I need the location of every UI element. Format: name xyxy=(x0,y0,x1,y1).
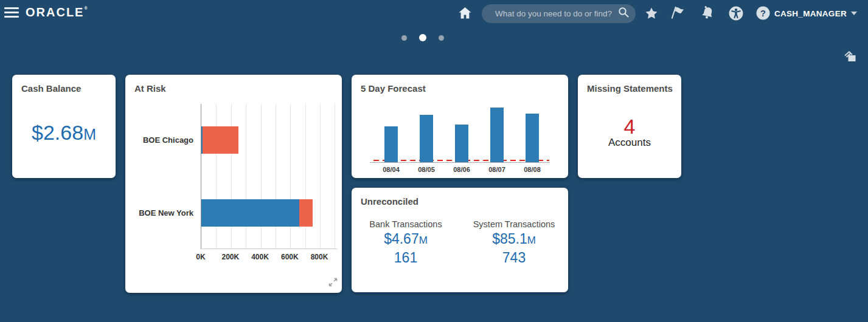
watchlist-flag-icon[interactable] xyxy=(671,5,687,21)
gridline xyxy=(320,104,321,248)
page-carousel-dots xyxy=(401,34,444,41)
gridline xyxy=(305,104,306,248)
gridline xyxy=(216,104,217,248)
x-tick-label: 600K xyxy=(276,253,304,261)
gridline xyxy=(246,104,246,248)
unreconciled-card[interactable]: Unreconciled Bank Transactions $4.67M 16… xyxy=(352,188,568,292)
chevron-down-icon xyxy=(851,12,857,15)
bar-segment-balance xyxy=(201,199,299,227)
at-risk-card[interactable]: At Risk 0K200K400K600K800K BOE ChicagoBO… xyxy=(125,75,342,293)
at-risk-chart-plot xyxy=(201,104,337,249)
x-tick-label: 400K xyxy=(246,253,274,261)
expand-icon[interactable] xyxy=(328,278,338,289)
date-label: 08/08 xyxy=(518,166,547,173)
x-tick-label: 0K xyxy=(187,253,215,261)
system-transactions-count: 743 xyxy=(460,250,568,266)
favorites-star-icon[interactable] xyxy=(645,7,658,20)
missing-statements-label: Accounts xyxy=(578,137,681,149)
cash-balance-value: $2.68M xyxy=(12,121,116,145)
forecast-bar xyxy=(526,114,539,162)
missing-statements-card[interactable]: Missing Statements 4 Accounts xyxy=(578,75,681,178)
user-menu[interactable]: CASH_MANAGER xyxy=(774,0,857,27)
gridline xyxy=(276,104,276,248)
gridline xyxy=(261,104,262,248)
category-label: BOE Chicago xyxy=(127,135,193,145)
gridline xyxy=(335,104,335,248)
unreconciled-bank-column: Bank Transactions $4.67M 161 xyxy=(352,219,460,266)
category-label: BOE New York xyxy=(127,208,193,218)
card-title: Missing Statements xyxy=(587,83,673,94)
bar-segment-at-risk xyxy=(203,126,238,154)
help-icon[interactable]: ? xyxy=(756,6,770,20)
oracle-logo: ORACLE® xyxy=(26,5,88,19)
carousel-dot-1[interactable] xyxy=(401,35,407,41)
global-search xyxy=(482,4,636,23)
carousel-dot-2[interactable] xyxy=(419,34,426,41)
date-label: 08/07 xyxy=(482,166,512,173)
card-title: Unreconciled xyxy=(361,196,418,207)
accessibility-icon[interactable] xyxy=(729,6,743,21)
date-label: 08/06 xyxy=(447,166,476,173)
forecast-bar xyxy=(420,115,433,162)
card-title: At Risk xyxy=(134,83,166,94)
system-transactions-amount: $85.1M xyxy=(460,231,568,247)
unreconciled-system-column: System Transactions $85.1M 743 xyxy=(460,219,568,266)
bank-transactions-count: 161 xyxy=(352,250,460,266)
forecast-bar xyxy=(384,126,398,162)
page-stack-icon[interactable] xyxy=(843,50,857,66)
search-icon[interactable] xyxy=(618,7,630,21)
forecast-chart-plot: 08/0408/0508/0608/0708/08 xyxy=(352,75,568,178)
card-title: Cash Balance xyxy=(21,83,81,94)
notifications-bell-icon[interactable] xyxy=(700,5,715,21)
forecast-bar xyxy=(455,125,468,162)
system-transactions-label: System Transactions xyxy=(460,219,568,229)
at-risk-x-axis: 0K200K400K600K800K xyxy=(201,253,337,262)
bank-transactions-label: Bank Transactions xyxy=(352,219,460,229)
x-tick-label: 800K xyxy=(305,253,333,261)
forecast-axis-line xyxy=(370,162,550,163)
cash-balance-card[interactable]: Cash Balance $2.68M xyxy=(12,75,116,178)
bar-segment-at-risk xyxy=(299,199,313,227)
missing-statements-count: 4 xyxy=(578,115,681,139)
carousel-dot-3[interactable] xyxy=(439,35,444,41)
hamburger-menu-icon[interactable] xyxy=(4,7,19,18)
date-label: 08/04 xyxy=(377,166,406,173)
svg-text:?: ? xyxy=(760,9,766,18)
top-navigation-bar: ORACLE® xyxy=(0,0,868,27)
user-menu-label: CASH_MANAGER xyxy=(774,9,847,18)
x-tick-label: 200K xyxy=(217,253,245,261)
gridline xyxy=(231,104,232,248)
gridline xyxy=(290,104,291,248)
five-day-forecast-card[interactable]: 5 Day Forecast 08/0408/0508/0608/0708/08 xyxy=(352,75,568,178)
date-label: 08/05 xyxy=(412,166,441,173)
search-input[interactable] xyxy=(482,9,618,18)
forecast-bar xyxy=(490,108,504,162)
bank-transactions-amount: $4.67M xyxy=(352,231,460,247)
home-icon[interactable] xyxy=(458,6,472,20)
